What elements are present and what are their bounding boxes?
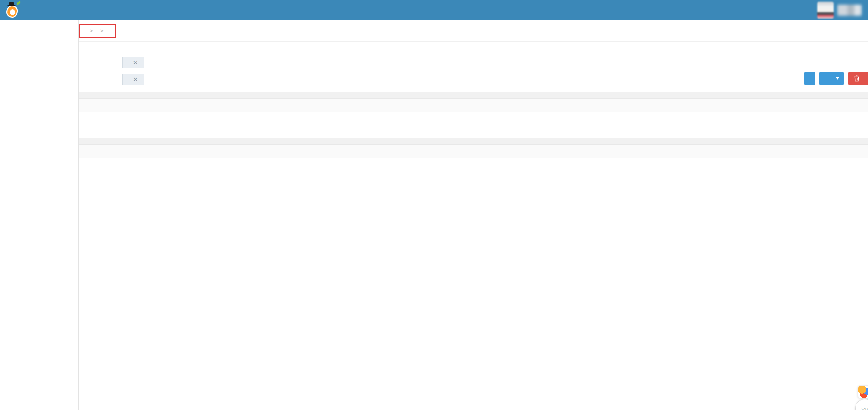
filter-actions: [804, 72, 868, 85]
clear-button[interactable]: [848, 72, 868, 85]
chart-header: [79, 144, 868, 158]
currency-tag[interactable]: ✕: [122, 57, 144, 68]
breadcrumb-separator: >: [90, 28, 93, 34]
sidebar: [0, 20, 79, 410]
section-divider: [79, 92, 868, 98]
top-navbar: [0, 0, 868, 20]
save-search-dropdown[interactable]: [831, 72, 844, 85]
trash-icon: [854, 75, 860, 82]
time-filter-row: ✕: [90, 74, 868, 85]
main-content: > > ✕ ✕: [79, 20, 868, 410]
navbar-right: [810, 0, 868, 20]
avatar[interactable]: [817, 2, 834, 19]
time-range-tag[interactable]: ✕: [122, 74, 144, 85]
breadcrumb-bar: > >: [79, 20, 868, 42]
chart-panel: [79, 158, 868, 339]
section-divider: [79, 138, 868, 144]
overview-header: [79, 98, 868, 112]
chevron-down-icon: [836, 77, 839, 80]
currency-filter-row: ✕: [90, 57, 868, 68]
floating-promo-icon[interactable]: [858, 385, 868, 398]
app-root: > > ✕ ✕: [0, 0, 868, 410]
overview-stats: [79, 112, 868, 138]
app-logo[interactable]: [0, 0, 73, 20]
orders-chart[interactable]: [79, 158, 868, 334]
remove-time-icon[interactable]: ✕: [133, 76, 138, 83]
save-search-button[interactable]: [819, 72, 844, 85]
breadcrumb: > >: [79, 24, 116, 38]
breadcrumb-separator: >: [100, 28, 104, 34]
export-button[interactable]: [804, 72, 815, 85]
username-blurred[interactable]: [837, 5, 862, 16]
remove-currency-icon[interactable]: ✕: [133, 59, 138, 66]
filter-panel: ✕ ✕: [79, 42, 868, 92]
mango-logo-icon: [6, 2, 19, 19]
